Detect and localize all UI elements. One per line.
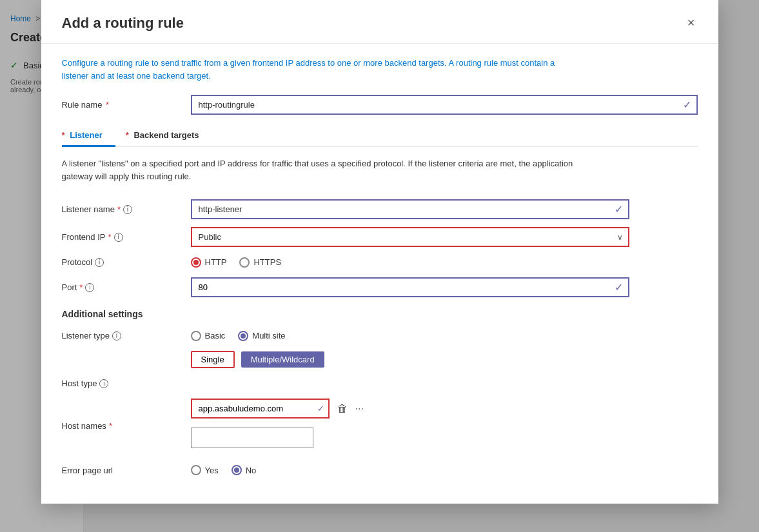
frontend-ip-label: Frontend IP * i (62, 223, 191, 251)
error-page-radios: Yes No (191, 465, 257, 475)
error-page-yes-radio[interactable]: Yes (191, 465, 219, 475)
protocol-label: Protocol i (62, 251, 191, 273)
protocol-http-radio[interactable]: HTTP (191, 257, 227, 268)
tab-backend[interactable]: * Backend targets (126, 125, 212, 147)
error-page-no-radio[interactable]: No (232, 465, 257, 475)
listener-name-control: http-listener ✓ (191, 195, 698, 223)
listener-type-radio-group: Basic Multi site (191, 331, 286, 341)
host-name-1-more-btn[interactable]: ··· (353, 400, 366, 417)
protocol-https-label: HTTPS (253, 257, 281, 267)
port-label: Port * i (62, 273, 191, 301)
modal-title: Add a routing rule (62, 15, 184, 32)
host-type-label-spacer (191, 372, 698, 395)
rule-name-label: Rule name * (62, 100, 191, 110)
frontend-ip-chevron-icon[interactable]: ∨ (612, 233, 628, 242)
rule-name-input-wrap: ✓ (191, 95, 698, 115)
rule-name-required: * (106, 100, 109, 110)
port-check-icon: ✓ (609, 281, 628, 293)
protocol-https-radio[interactable]: HTTPS (239, 257, 281, 268)
host-name-row-2 (191, 428, 313, 448)
host-type-control: Single Multiple/Wildcard (191, 347, 698, 372)
protocol-info-icon[interactable]: i (95, 258, 104, 267)
tabs-row: * Listener * Backend targets (62, 125, 698, 147)
frontend-ip-control: Public ∨ (191, 223, 698, 251)
modal-description: Configure a routing rule to send traffic… (62, 57, 642, 82)
port-info-icon[interactable]: i (85, 283, 94, 292)
desc-line1: Configure a routing rule to send traffic… (62, 58, 555, 68)
host-type-static-label: Host type i (62, 372, 191, 395)
host-type-single-btn[interactable]: Single (191, 351, 235, 368)
host-name-2-input[interactable] (192, 429, 313, 447)
host-name-row-1: ✓ 🗑 ··· (191, 399, 366, 419)
host-name-1-actions: 🗑 ··· (335, 400, 366, 417)
host-name-1-delete-btn[interactable]: 🗑 (335, 400, 350, 417)
host-type-label (62, 347, 191, 372)
host-type-multiple-btn[interactable]: Multiple/Wildcard (241, 351, 324, 368)
host-name-1-input[interactable] (192, 400, 313, 417)
host-type-toggle-group: Single Multiple/Wildcard (191, 351, 324, 368)
listener-name-dropdown: http-listener ✓ (191, 199, 629, 219)
modal-body: Configure a routing rule to send traffic… (41, 44, 718, 504)
listener-name-check-icon: ✓ (609, 203, 628, 215)
modal-overlay: Add a routing rule × Configure a routing… (0, 0, 759, 532)
listener-type-basic-radio[interactable]: Basic (191, 331, 226, 341)
listener-description: A listener "listens" on a specified port… (62, 157, 642, 182)
listener-name-value[interactable]: http-listener (192, 201, 609, 218)
listener-type-label: Listener type i (62, 324, 191, 347)
error-page-no-label: No (246, 466, 257, 475)
host-type-info-icon[interactable]: i (99, 379, 108, 388)
host-names-control: ✓ 🗑 ··· (191, 395, 698, 457)
error-page-row: Error page url Yes No (62, 457, 698, 483)
host-names-label: Host names * (62, 395, 191, 457)
protocol-control: HTTP HTTPS (191, 251, 698, 273)
close-button[interactable]: × (685, 13, 698, 33)
rule-name-input-container: ✓ (191, 95, 698, 115)
modal-panel: Add a routing rule × Configure a routing… (41, 0, 718, 504)
frontend-ip-value[interactable]: Public (192, 228, 612, 246)
listener-type-info-icon[interactable]: i (112, 331, 121, 340)
modal-header: Add a routing rule × (41, 0, 718, 44)
listener-type-multisite-radio[interactable]: Multi site (238, 331, 285, 341)
port-input[interactable] (192, 279, 609, 296)
frontend-ip-info-icon[interactable]: i (114, 233, 123, 242)
listener-type-basic-label: Basic (205, 331, 226, 340)
rule-name-input[interactable] (192, 96, 678, 113)
listener-name-info-icon[interactable]: i (123, 205, 132, 214)
tab-listener[interactable]: * Listener (62, 125, 115, 147)
desc-line2: listener and at least one backend target… (62, 71, 211, 81)
listener-type-multisite-label: Multi site (252, 331, 285, 340)
error-page-yes-label: Yes (205, 466, 219, 475)
protocol-radio-group: HTTP HTTPS (191, 257, 282, 268)
listener-type-control: Basic Multi site (191, 324, 698, 347)
port-control: ✓ (191, 273, 698, 301)
error-page-label: Error page url (62, 466, 191, 475)
port-input-wrap: ✓ (191, 277, 629, 297)
host-name-1-input-wrap: ✓ (191, 399, 330, 419)
additional-settings-heading: Additional settings (62, 301, 698, 324)
rule-name-row: Rule name * ✓ (62, 95, 698, 115)
protocol-http-label: HTTP (205, 257, 227, 267)
form-section: Listener name * i http-listener ✓ Fronte… (62, 195, 698, 457)
tab-backend-required: * (126, 130, 129, 140)
frontend-ip-dropdown: Public ∨ (191, 227, 629, 247)
rule-name-check-icon: ✓ (678, 99, 696, 111)
host-name-1-check-icon: ✓ (313, 404, 328, 413)
listener-name-label: Listener name * i (62, 195, 191, 223)
host-name-2-input-wrap (191, 428, 313, 448)
tab-listener-required: * (62, 130, 65, 140)
